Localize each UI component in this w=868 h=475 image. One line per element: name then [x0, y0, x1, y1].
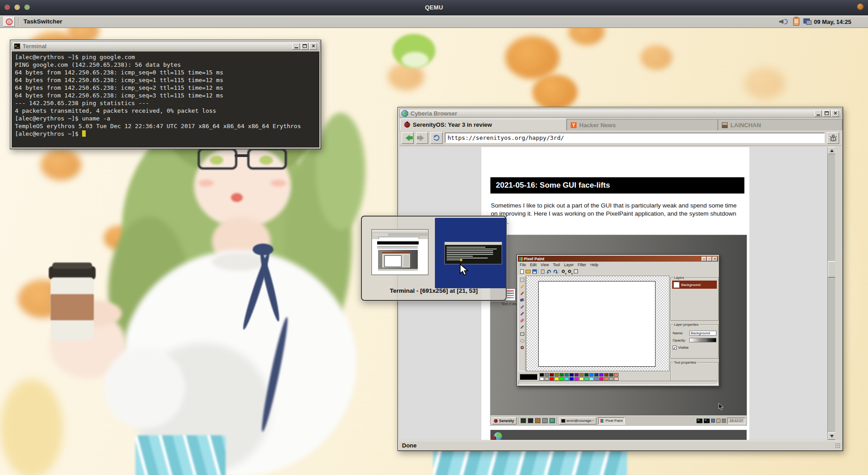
scroll-up-button[interactable]: [828, 147, 835, 154]
tab-hacker-news[interactable]: Y Hacker News: [567, 119, 718, 130]
pixelpaint-window: Pixel Paint – ▫ × FileEditViewToolLayerF…: [517, 254, 720, 387]
minimize-button[interactable]: [292, 43, 300, 50]
host-titlebar: QEMU: [0, 0, 868, 15]
pixelpaint-title: Pixel Paint: [524, 257, 545, 261]
terminal-cursor: [82, 130, 86, 137]
wallpaper-shape: [41, 149, 81, 180]
browser-statusbar: Done: [399, 441, 841, 449]
palette-swatch: [540, 377, 544, 381]
pixelpaint-toolbar: [518, 268, 578, 275]
palette-swatch: [564, 377, 569, 381]
palette-swatch: [574, 377, 579, 381]
terminal-title: Terminal: [23, 43, 46, 50]
network-icon[interactable]: [802, 17, 813, 26]
terminal-line: [alec@erythros ~]$ ping google.com: [15, 53, 316, 61]
palette-swatch: [564, 373, 569, 377]
mouse-cursor-icon: [459, 263, 469, 276]
rectangle-tool-icon: [519, 331, 525, 337]
wallpaper-shape: [135, 435, 226, 475]
scrollbar-thumb[interactable]: [828, 261, 835, 277]
resize-grip[interactable]: [835, 443, 840, 448]
palette-swatch: [584, 373, 589, 377]
url-input[interactable]: https://serenityos.org/happy/3rd/: [445, 133, 825, 143]
screenshot-cursor-icon: [718, 403, 724, 410]
browser-titlebar[interactable]: Cyberia Browser ×: [399, 109, 841, 118]
palette-swatch: [574, 373, 579, 377]
palette-swatch: [545, 373, 549, 377]
layers-group: Layers Background: [670, 277, 719, 321]
tab-bar: SerenityOS: Year 3 in review Y Hacker Ne…: [399, 119, 841, 130]
tray-clipboard-icon: [716, 419, 720, 423]
window-thumbnail-browser[interactable]: [371, 229, 429, 275]
palette-swatch: [579, 373, 584, 377]
palette-swatch: [554, 377, 559, 381]
browser-app-icon: [402, 110, 408, 117]
scroll-down-button[interactable]: [828, 433, 835, 440]
window-thumbnail-terminal[interactable]: [444, 242, 502, 264]
layer-thumbnail: [674, 282, 679, 288]
wallpaper-shape: [641, 45, 672, 70]
opacity-label: Opacity:: [673, 338, 688, 342]
task-switcher-overlay: Terminal - [691x256] at [21, 53]: [361, 216, 507, 301]
terminal-prompt-line: [alec@erythros ~]$: [15, 130, 316, 138]
brush-tool-icon: [519, 291, 525, 296]
terminal-line: [alec@erythros ~]$ uname -a: [15, 115, 316, 122]
taskbar-clock[interactable]: 09 May, 14:25: [814, 18, 866, 25]
volume-icon[interactable]: [777, 17, 790, 26]
redo-icon: [553, 269, 558, 274]
tab-lainchan[interactable]: LAINCHAN: [718, 119, 842, 130]
host-badge-icon: [857, 4, 863, 10]
zoom-in-icon: [561, 269, 566, 274]
palette-swatch: [604, 377, 609, 381]
terminal-line: --- 142.250.65.238 ping statistics ---: [15, 99, 316, 107]
palette-swatch: [609, 373, 614, 377]
maximize-button[interactable]: [301, 43, 309, 50]
palette-swatch: [545, 377, 549, 381]
terminal-content[interactable]: [alec@erythros ~]$ ping google.comPING g…: [12, 51, 319, 148]
taskswitcher-icon: [6, 18, 13, 25]
palette-row-1: [540, 373, 619, 377]
task-switcher-caption: Terminal - [691x256] at [21, 53]: [362, 287, 506, 294]
serenity-start-button: Serenity: [492, 417, 517, 424]
host-close-button[interactable]: [5, 5, 10, 10]
zoom-out-icon: [567, 269, 572, 274]
reload-button[interactable]: [430, 132, 443, 144]
bug-icon: [829, 134, 837, 142]
pp-menu-help: Help: [590, 263, 598, 267]
screenshot-tray: 23:12:27: [697, 418, 745, 424]
terminal-titlebar[interactable]: Terminal ×: [12, 42, 319, 51]
close-button[interactable]: ×: [831, 110, 839, 117]
host-zoom-button[interactable]: [24, 5, 30, 10]
palette-swatch: [540, 373, 544, 377]
taskswitcher-app-button[interactable]: [3, 17, 15, 27]
palette-swatch: [549, 377, 554, 381]
tray-monitor-icon: [704, 419, 710, 423]
inspector-button[interactable]: [827, 132, 839, 144]
wallpaper-shape: [199, 180, 214, 187]
bucket-tool-icon: [519, 297, 525, 303]
palette-swatch: [559, 377, 564, 381]
palette-swatch: [584, 377, 589, 381]
maximize-button[interactable]: [823, 110, 831, 117]
move-tool-icon: [519, 277, 525, 282]
selection-highlight: [435, 218, 506, 288]
second-screenshot-image[interactable]: [490, 430, 747, 440]
wallpaper-shape: [402, 52, 429, 68]
minimize-button[interactable]: [814, 110, 822, 117]
layer-properties-group: Layer properties Name: Background Opacit…: [670, 324, 719, 359]
maximize-button: ▫: [707, 257, 712, 261]
back-button[interactable]: [402, 132, 414, 144]
host-minimize-button[interactable]: [14, 5, 20, 10]
tab-serenityos-year-3[interactable]: SerenityOS: Year 3 in review: [400, 119, 567, 130]
layer-properties-label: Layer properties: [673, 323, 699, 327]
screenshot-taskbar: Serenity anon@courage:~ Pixel Paint 23:1…: [490, 415, 747, 425]
browser-title: Cyberia Browser: [411, 110, 457, 117]
wallpaper-shape: [231, 193, 243, 202]
close-button[interactable]: ×: [309, 43, 317, 50]
palette-swatch: [569, 373, 574, 377]
forward-button[interactable]: [416, 132, 428, 144]
clipboard-icon[interactable]: [791, 17, 801, 26]
pixelpaint-screenshot-image[interactable]: Text Editor Pixel Paint – ▫ × FileEditVi…: [490, 235, 747, 425]
vertical-scrollbar[interactable]: [827, 147, 835, 440]
selected-color-swatch: [520, 374, 538, 380]
